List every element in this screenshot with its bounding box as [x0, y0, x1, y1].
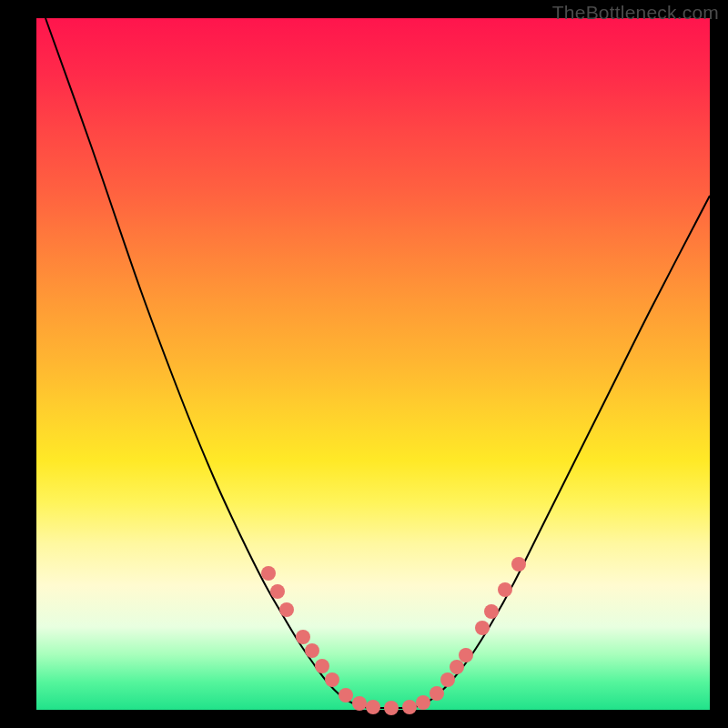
data-marker	[402, 700, 417, 714]
data-marker	[498, 582, 512, 597]
data-marker	[450, 660, 464, 674]
data-marker	[440, 672, 455, 687]
data-marker	[315, 659, 329, 673]
data-marker	[270, 584, 285, 599]
data-marker	[475, 621, 490, 635]
curve-group	[46, 18, 710, 708]
data-marker	[511, 557, 526, 571]
data-marker	[325, 672, 339, 687]
data-marker	[305, 643, 319, 658]
data-marker	[484, 604, 499, 619]
marker-group	[261, 557, 526, 715]
data-marker	[296, 630, 310, 644]
curve-left-curve	[46, 18, 369, 708]
data-marker	[261, 566, 276, 581]
chart-frame: TheBottleneck.com	[0, 0, 728, 728]
data-marker	[279, 602, 294, 617]
watermark-text: TheBottleneck.com	[552, 2, 719, 24]
chart-svg	[36, 18, 710, 710]
data-marker	[459, 648, 473, 662]
data-marker	[366, 700, 380, 714]
data-marker	[384, 701, 399, 715]
data-marker	[352, 696, 367, 711]
data-marker	[430, 686, 444, 701]
plot-area	[36, 18, 710, 710]
curve-right-curve	[410, 196, 710, 708]
data-marker	[416, 695, 430, 710]
data-marker	[339, 688, 353, 703]
